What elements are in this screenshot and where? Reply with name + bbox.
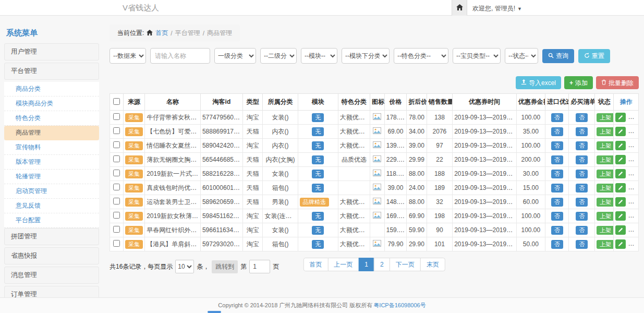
import-choice-toggle[interactable]: 否 — [551, 226, 563, 235]
row-checkbox[interactable] — [113, 155, 120, 162]
pager-btn-3[interactable]: 2 — [374, 258, 390, 271]
reset-button[interactable]: 重置 — [578, 49, 610, 63]
sidebar-subitem-11[interactable]: 平台配置 — [4, 213, 99, 228]
status-toggle[interactable]: 上架 — [597, 155, 614, 164]
select-all-checkbox[interactable] — [113, 98, 120, 105]
breadcrumb-home-link[interactable]: 首页 — [155, 29, 168, 38]
module-badge[interactable]: 无 — [312, 240, 324, 249]
status-toggle[interactable]: 上架 — [597, 170, 614, 178]
edit-button[interactable] — [615, 127, 626, 136]
must-buy-toggle[interactable]: 否 — [576, 170, 588, 178]
user-menu[interactable]: 欢迎您, 管理员!▼ — [472, 4, 522, 13]
import-excel-button[interactable]: 导入excel — [516, 76, 561, 89]
sidebar-item-0[interactable]: 用户管理 — [4, 43, 99, 61]
must-buy-toggle[interactable]: 否 — [576, 198, 588, 207]
edit-button[interactable] — [615, 211, 626, 221]
import-choice-toggle[interactable]: 否 — [551, 212, 563, 221]
must-buy-toggle[interactable]: 否 — [576, 155, 588, 164]
sidebar-subitem-5[interactable]: 商品管理 — [4, 126, 99, 140]
row-checkbox[interactable] — [113, 212, 120, 219]
must-buy-toggle[interactable]: 否 — [576, 226, 588, 235]
sidebar-subitem-7[interactable]: 版本管理 — [4, 155, 99, 170]
edit-button[interactable] — [615, 155, 626, 164]
must-buy-toggle[interactable]: 否 — [576, 212, 588, 221]
home-button[interactable] — [452, 0, 467, 16]
row-checkbox[interactable] — [113, 127, 120, 134]
icp-link[interactable]: 粤ICP备16098006号 — [373, 302, 426, 309]
import-choice-toggle[interactable]: 否 — [551, 113, 563, 122]
filter-select-3[interactable]: --模块下分类-- — [342, 48, 390, 64]
edit-button[interactable] — [615, 141, 626, 150]
status-toggle[interactable]: 上架 — [597, 127, 614, 136]
sidebar-item-14[interactable]: 消息管理 — [4, 267, 99, 284]
import-choice-toggle[interactable]: 否 — [551, 170, 563, 178]
status-toggle[interactable]: 上架 — [597, 212, 614, 221]
filter-select-0[interactable]: 一级分类 — [214, 48, 256, 64]
module-badge[interactable]: 无 — [312, 212, 324, 221]
pager-btn-1[interactable]: 上一页 — [327, 258, 359, 271]
status-toggle[interactable]: 上架 — [597, 184, 614, 192]
import-choice-toggle[interactable]: 否 — [551, 141, 563, 150]
module-badge[interactable]: 无 — [312, 113, 324, 122]
module-badge[interactable]: 无 — [312, 141, 324, 150]
filter-select-source-0[interactable]: --数据来源-- — [110, 48, 146, 64]
module-badge[interactable]: 无 — [312, 155, 324, 164]
jump-page-input[interactable] — [249, 260, 270, 273]
pager-btn-0[interactable]: 首页 — [303, 258, 328, 271]
edit-button[interactable] — [615, 239, 626, 249]
module-badge[interactable]: 无 — [312, 127, 324, 136]
import-choice-toggle[interactable]: 否 — [551, 127, 563, 136]
sidebar-item-1[interactable]: 平台管理 — [4, 63, 99, 80]
edit-button[interactable] — [615, 169, 626, 178]
status-toggle[interactable]: 上架 — [597, 198, 614, 207]
name-search-input[interactable] — [150, 48, 210, 64]
import-choice-toggle[interactable]: 否 — [551, 184, 563, 192]
sidebar-item-13[interactable]: 省惠快报 — [4, 247, 99, 264]
search-button[interactable]: 查询 — [542, 49, 574, 63]
filter-select-4[interactable]: --特色分类-- — [394, 48, 448, 64]
row-checkbox[interactable] — [113, 226, 120, 233]
status-toggle[interactable]: 上架 — [597, 113, 614, 122]
row-checkbox[interactable] — [113, 198, 120, 204]
must-buy-toggle[interactable]: 否 — [576, 240, 588, 249]
sidebar-item-12[interactable]: 拼团管理 — [4, 228, 99, 245]
status-toggle[interactable]: 上架 — [597, 240, 614, 249]
edit-button[interactable] — [615, 225, 626, 235]
edit-button[interactable] — [615, 197, 626, 207]
import-choice-toggle[interactable]: 否 — [551, 155, 563, 164]
sidebar-subitem-4[interactable]: 特色分类 — [4, 111, 99, 126]
status-toggle[interactable]: 上架 — [597, 226, 614, 235]
sidebar-subitem-9[interactable]: 启动页管理 — [4, 184, 99, 199]
edit-button[interactable] — [615, 183, 626, 192]
filter-select-6[interactable]: --状态-- — [505, 48, 538, 64]
module-badge[interactable]: 无 — [312, 184, 324, 192]
sidebar-subitem-3[interactable]: 模块商品分类 — [4, 97, 99, 111]
row-checkbox[interactable] — [113, 240, 120, 247]
sidebar-subitem-6[interactable]: 宣传物料 — [4, 140, 99, 155]
horizontal-scrollbar-thumb[interactable] — [208, 311, 221, 313]
must-buy-toggle[interactable]: 否 — [576, 184, 588, 192]
row-checkbox[interactable] — [113, 141, 120, 148]
must-buy-toggle[interactable]: 否 — [576, 127, 588, 136]
module-badge[interactable]: 无 — [312, 226, 324, 235]
jump-button[interactable]: 跳转到 — [212, 260, 238, 273]
add-button[interactable]: + 添加 — [564, 76, 593, 89]
row-checkbox[interactable] — [113, 170, 120, 176]
import-choice-toggle[interactable]: 否 — [551, 198, 563, 207]
sidebar-subitem-10[interactable]: 意见反馈 — [4, 199, 99, 213]
sidebar-subitem-2[interactable]: 商品分类 — [4, 82, 99, 97]
batch-delete-button[interactable]: 批量删除 — [596, 76, 639, 89]
module-badge[interactable]: 无 — [312, 170, 324, 178]
must-buy-toggle[interactable]: 否 — [576, 141, 588, 150]
edit-button[interactable] — [615, 113, 626, 122]
status-toggle[interactable]: 上架 — [597, 141, 614, 150]
row-checkbox[interactable] — [113, 184, 120, 190]
sidebar-subitem-8[interactable]: 轮播管理 — [4, 170, 99, 184]
must-buy-toggle[interactable]: 否 — [576, 113, 588, 122]
pager-btn-4[interactable]: 下一页 — [390, 258, 421, 271]
filter-select-5[interactable]: --宝贝类型-- — [453, 48, 501, 64]
pager-btn-5[interactable]: 末页 — [420, 258, 445, 271]
row-checkbox[interactable] — [113, 113, 120, 120]
import-choice-toggle[interactable]: 否 — [551, 240, 563, 249]
pager-btn-2[interactable]: 1 — [358, 258, 374, 271]
